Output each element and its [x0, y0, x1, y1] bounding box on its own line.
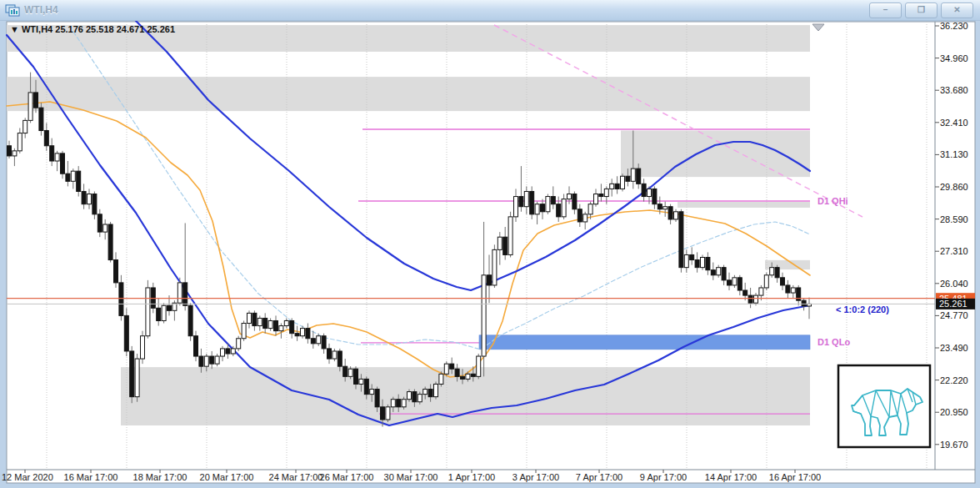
- candle-body-up: [28, 93, 32, 120]
- candle-body-down: [210, 356, 214, 364]
- candle-body-down: [519, 197, 523, 207]
- candle: [444, 361, 448, 376]
- close-button[interactable]: ✕: [941, 3, 973, 18]
- candle: [237, 336, 241, 351]
- candle-body-down: [157, 308, 161, 320]
- candle: [146, 280, 150, 339]
- price-label: 29.860: [940, 182, 968, 192]
- candle-body-down: [124, 315, 128, 351]
- candle-body-down: [551, 197, 555, 204]
- time-label: 16 Mar 17:00: [64, 472, 118, 482]
- candle-body-up: [610, 184, 614, 189]
- zone-rect: [7, 77, 810, 111]
- candle-body-up: [221, 349, 225, 356]
- blue-zone-band[interactable]: [479, 335, 810, 350]
- d1-qhi-label[interactable]: D1 QHi: [818, 196, 848, 206]
- candle-body-up: [514, 197, 518, 217]
- candle: [492, 244, 497, 288]
- candle-body-down: [77, 171, 81, 191]
- candle: [701, 254, 705, 269]
- chart-area[interactable]: 36.23034.96033.68032.41031.13029.86028.5…: [0, 21, 980, 488]
- candle-body-up: [418, 395, 422, 402]
- time-label: 3 Apr 17:00: [512, 472, 559, 482]
- candle-body-up: [370, 390, 374, 395]
- candle: [124, 308, 128, 356]
- candle-body-down: [183, 283, 188, 305]
- candle-body-up: [770, 268, 774, 275]
- maximize-button[interactable]: ❐: [905, 3, 938, 18]
- candle-body-down: [615, 184, 619, 189]
- candle-body-up: [621, 176, 625, 189]
- candle-body-down: [375, 390, 379, 407]
- candle-body-down: [658, 204, 662, 209]
- candle-body-down: [8, 146, 12, 156]
- candle-body-down: [168, 305, 172, 310]
- candle-body-up: [466, 374, 470, 379]
- candle-body-up: [631, 169, 635, 181]
- price-label: 34.960: [940, 53, 968, 63]
- candle-body-down: [290, 320, 294, 333]
- time-label: 20 Mar 17:00: [200, 472, 254, 482]
- candle-body-up: [423, 390, 428, 395]
- candle-body-up: [215, 356, 219, 364]
- candle: [141, 331, 145, 365]
- candle-body-up: [359, 379, 363, 384]
- candle-body-down: [226, 349, 230, 354]
- candle-body-down: [61, 153, 65, 174]
- candle-body-down: [82, 191, 86, 204]
- window-titlebar[interactable]: WTI,H4 – ❐ ✕: [0, 0, 980, 21]
- time-label: 12 Mar 2020: [2, 472, 53, 482]
- candle-body-down: [188, 305, 192, 335]
- candle-body-up: [477, 356, 481, 376]
- candle-body-down: [108, 224, 112, 260]
- candle-body-up: [402, 400, 406, 407]
- candle-body-up: [268, 320, 272, 328]
- candle-body-up: [141, 336, 145, 359]
- candle-body-down: [130, 351, 134, 397]
- candle-body-down: [722, 268, 726, 280]
- candle-body-up: [674, 212, 678, 219]
- time-label: 9 Apr 17:00: [640, 472, 687, 482]
- candle-body-down: [338, 351, 342, 366]
- candle-body-up: [508, 217, 512, 255]
- candle-body-up: [258, 318, 262, 325]
- candle-body-down: [306, 329, 310, 339]
- d1-qlo-label[interactable]: D1 QLo: [818, 337, 850, 347]
- candle-body-up: [55, 153, 59, 161]
- candle-body-up: [204, 356, 208, 366]
- candle-body-up: [732, 278, 737, 285]
- candle-body-up: [332, 351, 337, 359]
- price-label: 31.130: [940, 149, 968, 159]
- candle-body-up: [279, 326, 283, 331]
- candle-body-down: [578, 209, 582, 222]
- candle-body-up: [18, 133, 22, 151]
- candle-body-up: [88, 194, 92, 204]
- price-label: 24.770: [940, 310, 968, 320]
- time-label: 26 Mar 17:00: [320, 472, 374, 482]
- candle-body-down: [343, 366, 348, 376]
- time-label: 7 Apr 17:00: [576, 472, 622, 482]
- candle-body-up: [408, 392, 412, 400]
- zone-rect: [678, 202, 810, 208]
- candle: [530, 186, 534, 219]
- candle-body-up: [663, 207, 668, 209]
- candle-body-down: [450, 364, 454, 369]
- candlestick-chart[interactable]: 36.23034.96033.68032.41031.13029.86028.5…: [0, 21, 980, 488]
- minimize-button[interactable]: –: [869, 3, 902, 18]
- candle-body-up: [546, 197, 550, 212]
- candle-body-up: [535, 204, 539, 214]
- rr-label[interactable]: < 1:0:2 (220): [836, 304, 889, 314]
- candle-body-down: [711, 270, 715, 275]
- candle-body-down: [738, 278, 742, 290]
- time-label: 14 Apr 17:00: [705, 472, 757, 482]
- window-controls: – ❐ ✕: [866, 3, 980, 18]
- candle-body-down: [39, 108, 43, 130]
- time-label: 24 Mar 17:00: [269, 472, 323, 482]
- candle-body-up: [791, 288, 795, 293]
- candle-body-up: [434, 384, 438, 396]
- candle-body-up: [439, 374, 443, 384]
- candle-body-down: [354, 369, 358, 384]
- candle: [242, 320, 246, 340]
- candle-body-up: [71, 171, 75, 181]
- candle-body-down: [652, 189, 657, 204]
